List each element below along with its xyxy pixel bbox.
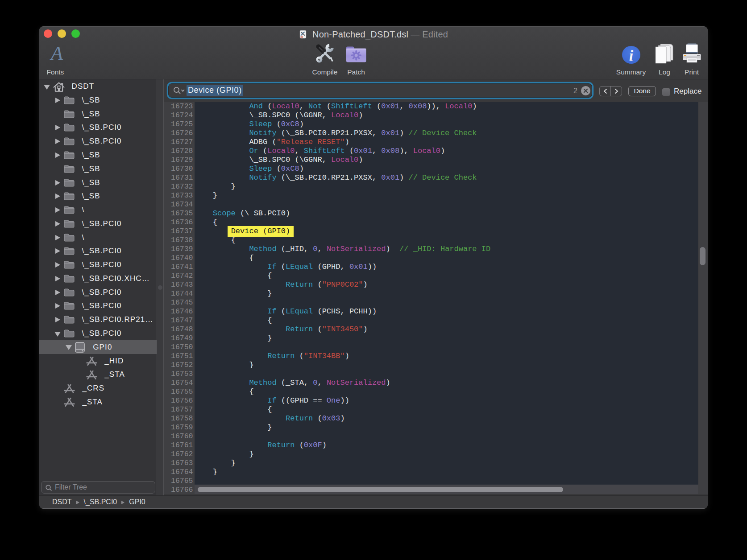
svg-text:DSL: DSL bbox=[301, 37, 303, 37]
